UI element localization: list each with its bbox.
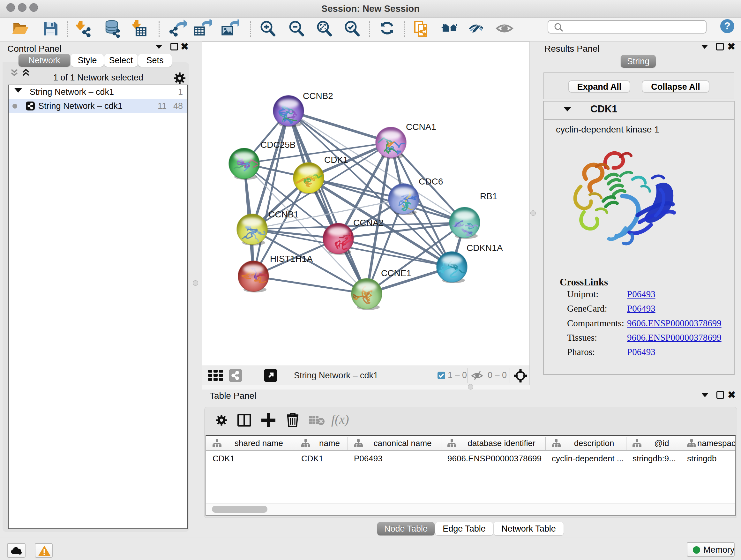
svg-text:CCNB1: CCNB1 (268, 209, 299, 219)
svg-text:?: ? (724, 20, 731, 32)
svg-text:CDC6: CDC6 (419, 177, 443, 186)
svg-text:CDC25B: CDC25B (260, 140, 295, 150)
svg-text:RB1: RB1 (480, 191, 497, 201)
svg-text:HIST1H1A: HIST1H1A (270, 254, 313, 264)
svg-text:CCNB2: CCNB2 (303, 91, 333, 101)
svg-text:CCNA1: CCNA1 (406, 122, 436, 132)
svg-text:CDKN1A: CDKN1A (467, 243, 503, 253)
svg-text:CCNA2: CCNA2 (353, 218, 384, 228)
svg-text:CCNE1: CCNE1 (381, 268, 411, 278)
svg-text:CDK1: CDK1 (324, 155, 348, 165)
